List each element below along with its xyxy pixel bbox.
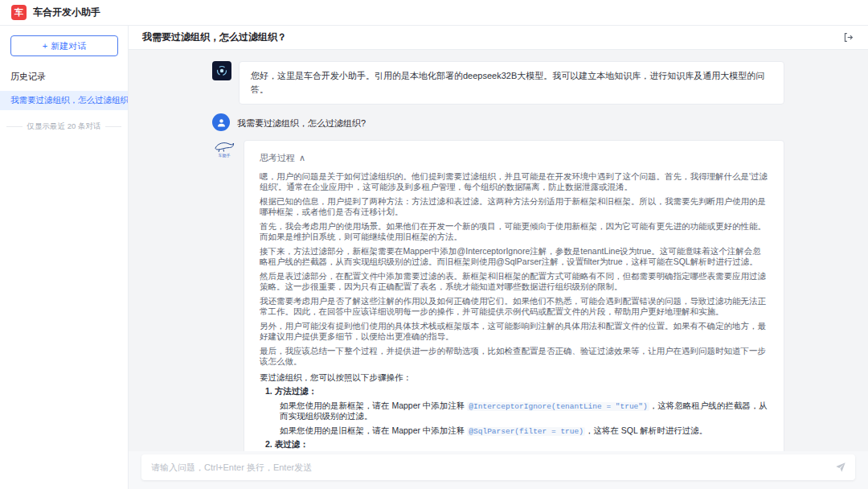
assistant-avatar <box>212 61 231 80</box>
answer-step1-old: 如果您使用的是旧框架，请在 Mapper 中添加注释 @SqlParser(fi… <box>280 425 768 437</box>
assistant-greeting-text: 您好，这里是车合开发小助手。引用的是本地化部署的deepseek32B大模型。我… <box>239 61 784 105</box>
thinking-paragraph: 我还需要考虑用户是否了解这些注解的作用以及如何正确使用它们。如果他们不熟悉，可能… <box>260 296 768 317</box>
answer-card: 思考过程 ∧ 嗯，用户的问题是关于如何过滤组织的。他们提到需要过滤组织，并且可能… <box>244 140 784 451</box>
answer-content: 要过滤组织，您可以按照以下步骤操作： 1. 方法过滤： 如果您使用的是新框架，请… <box>260 372 768 451</box>
answer-step1-title: 1. 方法过滤： <box>265 386 768 397</box>
input-bar <box>129 451 868 489</box>
step1-new-prefix: 如果您使用的是新框架，请在 Mapper 中添加注释 <box>280 401 467 410</box>
new-chat-button[interactable]: + 新建对话 <box>10 35 118 56</box>
answer-step1-new: 如果您使用的是新框架，请在 Mapper 中添加注释 @InterceptorI… <box>280 401 768 422</box>
send-icon[interactable] <box>834 461 847 474</box>
thinking-paragraph: 嗯，用户的问题是关于如何过滤组织的。他们提到需要过滤组织，并且可能是在开发环境中… <box>260 171 768 192</box>
thinking-toggle-label: 思考过程 <box>260 152 295 164</box>
app-title: 车合开发小助手 <box>33 6 100 19</box>
plus-icon: + <box>43 41 47 51</box>
whale-avatar: 车助手 <box>212 140 236 158</box>
thinking-toggle[interactable]: 思考过程 ∧ <box>260 152 305 164</box>
thinking-paragraph: 接下来，方法过滤部分，新框架需要在Mapper中添加@InterceptorIg… <box>260 246 768 267</box>
assistant-message-answer: 车助手 思考过程 ∧ 嗯，用户的问题是关于如何过滤组织的。他们提到需要过滤组织，… <box>212 140 784 451</box>
thinking-paragraph: 另外，用户可能没有提到他们使用的具体技术栈或框架版本，这可能影响到注解的具体用法… <box>260 321 768 342</box>
assistant-message-greeting: 您好，这里是车合开发小助手。引用的是本地化部署的deepseek32B大模型。我… <box>212 61 784 105</box>
thinking-paragraph: 然后是表过滤部分，在配置文件中添加需要过滤的表。新框架和旧框架的配置方式可能略有… <box>260 271 768 292</box>
message-list[interactable]: 您好，这里是车合开发小助手。引用的是本地化部署的deepseek32B大模型。我… <box>129 50 868 451</box>
answer-intro: 要过滤组织，您可以按照以下步骤操作： <box>260 372 768 383</box>
app-window: 车 车合开发小助手 + 新建对话 历史记录 我需要过滤组织，怎么过滤组织? 仅显… <box>0 0 868 489</box>
chat-main: 我需要过滤组织，怎么过滤组织？ <box>129 26 868 489</box>
chat-title: 我需要过滤组织，怎么过滤组织？ <box>142 31 287 44</box>
inline-code: @SqlParser(filter = true) <box>467 427 585 436</box>
step1-old-suffix: ，这将在 SQL 解析时进行过滤。 <box>585 425 707 435</box>
history-limit-note-text: 仅显示最近 20 条对话 <box>27 121 101 132</box>
history-section-label: 历史记录 <box>0 68 128 91</box>
inline-code: @InterceptorIgnore(tenantLine = "true") <box>467 402 649 411</box>
new-chat-label: 新建对话 <box>51 40 86 52</box>
chat-titlebar: 我需要过滤组织，怎么过滤组织？ <box>129 26 868 50</box>
user-avatar <box>212 113 230 131</box>
export-icon[interactable] <box>841 31 854 44</box>
user-question-text: 我需要过滤组织，怎么过滤组织? <box>237 113 366 129</box>
chevron-up-icon: ∧ <box>299 153 305 163</box>
answer-step2-title: 2. 表过滤： <box>265 439 768 450</box>
user-message: 我需要过滤组织，怎么过滤组织? <box>212 113 784 131</box>
whale-avatar-label: 车助手 <box>219 154 231 158</box>
thinking-paragraph: 根据已知的信息，用户提到了两种方法：方法过滤和表过滤。这两种方法分别适用于新框架… <box>260 196 768 217</box>
history-limit-note: 仅显示最近 20 条对话 <box>0 121 128 132</box>
thinking-paragraph: 首先，我会考虑用户的使用场景。如果他们在开发一个新的项目，可能更倾向于使用新框架… <box>260 221 768 242</box>
message-input[interactable] <box>141 454 855 480</box>
message-input-box <box>141 454 855 480</box>
app-logo: 车 <box>11 5 27 20</box>
sidebar-history-item-active[interactable]: 我需要过滤组织，怎么过滤组织? <box>0 91 128 110</box>
sidebar: + 新建对话 历史记录 我需要过滤组织，怎么过滤组织? 仅显示最近 20 条对话 <box>0 26 129 489</box>
thinking-content: 嗯，用户的问题是关于如何过滤组织的。他们提到需要过滤组织，并且可能是在开发环境中… <box>260 171 768 367</box>
thinking-paragraph: 最后，我应该总结一下整个过程，并提供进一步的帮助选项，比如检查配置是否正确、验证… <box>260 346 768 367</box>
step1-old-prefix: 如果您使用的是旧框架，请在 Mapper 中添加注释 <box>280 425 467 435</box>
app-header: 车 车合开发小助手 <box>0 0 868 26</box>
